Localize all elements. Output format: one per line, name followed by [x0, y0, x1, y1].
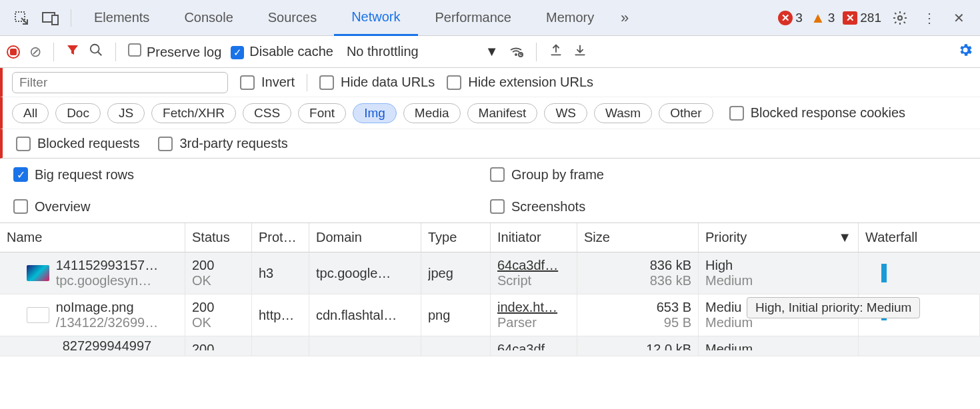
clear-icon[interactable]: ⊘: [29, 43, 41, 61]
third-party-label: 3rd-party requests: [179, 136, 287, 151]
pill-img[interactable]: Img: [353, 103, 397, 123]
pill-wasm[interactable]: Wasm: [594, 103, 652, 123]
pill-fetch-xhr[interactable]: Fetch/XHR: [151, 103, 236, 123]
error-count-value: 3: [795, 11, 803, 25]
pill-js[interactable]: JS: [107, 103, 145, 123]
col-status[interactable]: Status: [185, 223, 252, 252]
col-protocol[interactable]: Prot…: [252, 223, 309, 252]
screenshots-option[interactable]: Screenshots: [490, 199, 585, 214]
filter-input[interactable]: [12, 72, 228, 93]
settings-gear-icon[interactable]: [885, 3, 915, 33]
throttling-select[interactable]: No throttling▼: [347, 44, 499, 59]
col-waterfall[interactable]: Waterfall: [859, 223, 980, 252]
pill-doc[interactable]: Doc: [55, 103, 101, 123]
pill-ws[interactable]: WS: [544, 103, 587, 123]
export-har-icon[interactable]: [549, 43, 563, 61]
size-sub: 836 kB: [584, 273, 691, 288]
tab-console[interactable]: Console: [167, 0, 250, 36]
type: png: [428, 308, 483, 323]
hide-extension-urls-option[interactable]: Hide extension URLs: [447, 75, 593, 90]
col-name[interactable]: Name: [0, 223, 185, 252]
group-by-frame-option[interactable]: Group by frame: [490, 167, 604, 183]
priority: Medium: [705, 342, 851, 350]
pill-font[interactable]: Font: [298, 103, 346, 123]
pill-other[interactable]: Other: [659, 103, 713, 123]
invert-option[interactable]: Invert: [240, 75, 295, 90]
throttling-label: No throttling: [347, 44, 419, 59]
sort-desc-icon: ▼: [838, 230, 851, 245]
status-code: 200: [192, 342, 245, 350]
filter-toggle-icon[interactable]: [66, 43, 79, 60]
status-code: 200: [192, 300, 245, 315]
network-conditions-icon[interactable]: [508, 42, 524, 62]
col-size[interactable]: Size: [577, 223, 699, 252]
search-icon[interactable]: [89, 43, 103, 61]
svg-rect-2: [52, 15, 58, 25]
warning-count[interactable]: ▲3: [811, 9, 835, 27]
svg-point-5: [515, 54, 517, 55]
tab-memory[interactable]: Memory: [529, 0, 611, 36]
pill-manifest[interactable]: Manifest: [467, 103, 538, 123]
svg-point-3: [898, 16, 902, 20]
invert-label: Invert: [261, 75, 295, 90]
tab-performance[interactable]: Performance: [418, 0, 529, 36]
record-button[interactable]: [7, 45, 20, 59]
priority: High: [705, 258, 851, 273]
domain: cdn.flashtal…: [316, 308, 414, 323]
more-tabs-icon[interactable]: »: [611, 9, 638, 27]
pill-all[interactable]: All: [12, 103, 49, 123]
hide-extension-urls-label: Hide extension URLs: [468, 75, 593, 90]
type: jpeg: [428, 266, 483, 281]
network-settings-icon[interactable]: [957, 42, 973, 62]
tab-network[interactable]: Network: [334, 0, 417, 36]
blocked-requests-option[interactable]: Blocked requests: [16, 136, 139, 151]
priority-sub: Medium: [705, 273, 851, 288]
priority-tooltip: High, Initial priority: Medium: [747, 297, 920, 318]
issues-count[interactable]: ✕281: [843, 11, 881, 25]
device-toggle-icon[interactable]: [36, 3, 65, 33]
initiator-link[interactable]: index.ht…: [497, 300, 570, 315]
kebab-menu-icon[interactable]: ⋮: [915, 3, 944, 33]
third-party-option[interactable]: 3rd-party requests: [158, 136, 287, 151]
request-path: /134122/32699…: [56, 315, 158, 330]
col-type[interactable]: Type: [421, 223, 491, 252]
inspect-icon[interactable]: [7, 3, 36, 33]
col-priority[interactable]: Priority▼: [699, 223, 859, 252]
initiator-link[interactable]: 64ca3df: [497, 342, 570, 350]
table-row[interactable]: 141152993157…tpc.googlesyn… 200OK h3 tpc…: [0, 252, 980, 294]
svg-point-4: [91, 44, 99, 53]
initiator-link[interactable]: 64ca3df…: [497, 258, 570, 273]
size: 836 kB: [584, 258, 691, 273]
col-initiator[interactable]: Initiator: [491, 223, 577, 252]
big-rows-label: Big request rows: [35, 167, 134, 183]
pill-css[interactable]: CSS: [243, 103, 291, 123]
tab-elements[interactable]: Elements: [77, 0, 167, 36]
overview-option[interactable]: Overview: [13, 199, 90, 214]
big-rows-option[interactable]: ✓Big request rows: [13, 167, 134, 183]
issues-count-value: 281: [860, 11, 881, 25]
request-name: 827299944997: [63, 338, 151, 354]
close-icon[interactable]: ✕: [944, 3, 973, 33]
protocol: h3: [259, 266, 302, 281]
col-priority-label: Priority: [705, 230, 747, 245]
request-name: noImage.png: [56, 300, 158, 315]
preserve-log-option[interactable]: Preserve log: [128, 43, 221, 60]
thumbnail-icon: [27, 265, 49, 281]
initiator-type: Script: [497, 273, 570, 288]
tab-sources[interactable]: Sources: [251, 0, 334, 36]
table-row[interactable]: noImage.png/134122/32699… 200OK http… cd…: [0, 294, 980, 336]
col-domain[interactable]: Domain: [309, 223, 421, 252]
table-row[interactable]: 827299944997 200 64ca3df 12.0 kB Medium: [0, 336, 980, 356]
import-har-icon[interactable]: [573, 43, 587, 61]
type-filter-bar: All Doc JS Fetch/XHR CSS Font Img Media …: [0, 97, 980, 129]
status-code: 200: [192, 258, 245, 273]
blocked-cookies-option[interactable]: Blocked response cookies: [729, 105, 905, 121]
error-count[interactable]: ✕3: [778, 11, 803, 25]
filter-bar-2: Blocked requests 3rd-party requests: [0, 129, 980, 159]
pill-media[interactable]: Media: [403, 103, 461, 123]
overview-label: Overview: [35, 199, 90, 214]
domain: tpc.google…: [316, 266, 414, 281]
disable-cache-option[interactable]: ✓Disable cache: [231, 44, 333, 59]
hide-data-urls-option[interactable]: Hide data URLs: [319, 75, 435, 90]
request-name: 141152993157…: [56, 258, 158, 273]
